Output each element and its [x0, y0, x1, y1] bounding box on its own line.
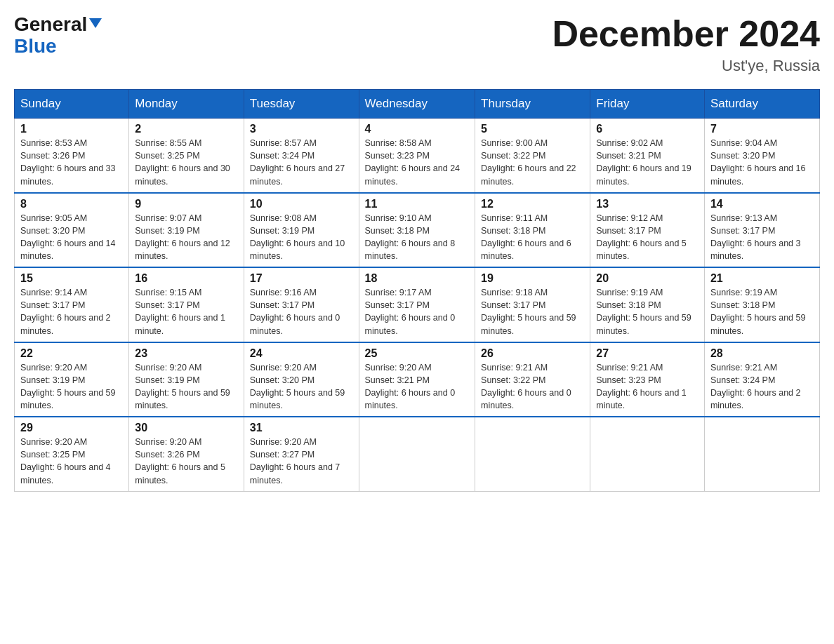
day-info: Sunrise: 9:14 AMSunset: 3:17 PMDaylight:…: [20, 288, 111, 335]
table-row: 3 Sunrise: 8:57 AMSunset: 3:24 PMDayligh…: [244, 119, 359, 193]
calendar-week-row: 15 Sunrise: 9:14 AMSunset: 3:17 PMDaylig…: [15, 267, 820, 342]
day-info: Sunrise: 9:05 AMSunset: 3:20 PMDaylight:…: [20, 213, 116, 261]
table-row: 1 Sunrise: 8:53 AMSunset: 3:26 PMDayligh…: [15, 119, 129, 193]
day-info: Sunrise: 9:13 AMSunset: 3:17 PMDaylight:…: [710, 213, 801, 261]
table-row: [475, 417, 590, 491]
table-row: 16 Sunrise: 9:15 AMSunset: 3:17 PMDaylig…: [129, 267, 244, 342]
day-number: 16: [135, 272, 237, 285]
day-info: Sunrise: 9:21 AMSunset: 3:24 PMDaylight:…: [710, 363, 801, 410]
day-info: Sunrise: 9:02 AMSunset: 3:21 PMDaylight:…: [596, 138, 691, 186]
table-row: 9 Sunrise: 9:07 AMSunset: 3:19 PMDayligh…: [129, 193, 244, 268]
col-thursday: Thursday: [475, 90, 590, 119]
table-row: 25 Sunrise: 9:20 AMSunset: 3:21 PMDaylig…: [359, 342, 475, 417]
logo: General Blue: [14, 14, 102, 58]
table-row: 27 Sunrise: 9:21 AMSunset: 3:23 PMDaylig…: [590, 342, 705, 417]
day-info: Sunrise: 9:20 AMSunset: 3:26 PMDaylight:…: [135, 437, 225, 485]
col-friday: Friday: [590, 90, 705, 119]
day-number: 11: [365, 198, 470, 210]
logo-general: General: [14, 13, 87, 35]
table-row: 13 Sunrise: 9:12 AMSunset: 3:17 PMDaylig…: [590, 193, 705, 268]
day-info: Sunrise: 9:20 AMSunset: 3:25 PMDaylight:…: [20, 437, 111, 485]
table-row: 12 Sunrise: 9:11 AMSunset: 3:18 PMDaylig…: [475, 193, 590, 268]
table-row: 26 Sunrise: 9:21 AMSunset: 3:22 PMDaylig…: [475, 342, 590, 417]
calendar-week-row: 1 Sunrise: 8:53 AMSunset: 3:26 PMDayligh…: [15, 119, 820, 193]
month-title: December 2024: [552, 14, 820, 54]
day-number: 27: [596, 347, 699, 360]
day-number: 13: [596, 198, 699, 210]
table-row: 23 Sunrise: 9:20 AMSunset: 3:19 PMDaylig…: [129, 342, 244, 417]
day-info: Sunrise: 9:10 AMSunset: 3:18 PMDaylight:…: [365, 213, 456, 261]
table-row: 7 Sunrise: 9:04 AMSunset: 3:20 PMDayligh…: [704, 119, 819, 193]
day-number: 22: [20, 347, 123, 360]
col-saturday: Saturday: [704, 90, 819, 119]
day-number: 3: [250, 123, 353, 135]
day-info: Sunrise: 9:20 AMSunset: 3:27 PMDaylight:…: [250, 437, 340, 485]
col-sunday: Sunday: [15, 90, 129, 119]
day-info: Sunrise: 9:19 AMSunset: 3:18 PMDaylight:…: [596, 288, 691, 335]
logo-text: General: [14, 14, 102, 36]
day-info: Sunrise: 8:58 AMSunset: 3:23 PMDaylight:…: [365, 138, 461, 186]
day-number: 19: [481, 272, 584, 285]
day-number: 26: [481, 347, 584, 360]
table-row: 28 Sunrise: 9:21 AMSunset: 3:24 PMDaylig…: [704, 342, 819, 417]
table-row: 2 Sunrise: 8:55 AMSunset: 3:25 PMDayligh…: [129, 119, 244, 193]
table-row: [359, 417, 475, 491]
day-number: 30: [135, 422, 237, 434]
day-number: 18: [365, 272, 470, 285]
day-number: 14: [710, 198, 814, 210]
day-info: Sunrise: 9:20 AMSunset: 3:19 PMDaylight:…: [20, 363, 116, 410]
day-info: Sunrise: 9:20 AMSunset: 3:19 PMDaylight:…: [135, 363, 230, 410]
day-number: 15: [20, 272, 123, 285]
table-row: 31 Sunrise: 9:20 AMSunset: 3:27 PMDaylig…: [244, 417, 359, 491]
day-info: Sunrise: 9:21 AMSunset: 3:23 PMDaylight:…: [596, 363, 687, 410]
day-number: 17: [250, 272, 353, 285]
day-number: 6: [596, 123, 699, 135]
col-wednesday: Wednesday: [359, 90, 475, 119]
table-row: 17 Sunrise: 9:16 AMSunset: 3:17 PMDaylig…: [244, 267, 359, 342]
day-info: Sunrise: 9:20 AMSunset: 3:21 PMDaylight:…: [365, 363, 456, 410]
day-number: 20: [596, 272, 699, 285]
day-info: Sunrise: 9:07 AMSunset: 3:19 PMDaylight:…: [135, 213, 230, 261]
logo-blue: Blue: [14, 35, 57, 57]
table-row: 8 Sunrise: 9:05 AMSunset: 3:20 PMDayligh…: [15, 193, 129, 268]
day-number: 1: [20, 123, 123, 135]
logo-triangle-icon: [89, 18, 102, 28]
day-number: 28: [710, 347, 814, 360]
day-info: Sunrise: 9:04 AMSunset: 3:20 PMDaylight:…: [710, 138, 806, 186]
table-row: 5 Sunrise: 9:00 AMSunset: 3:22 PMDayligh…: [475, 119, 590, 193]
table-row: 14 Sunrise: 9:13 AMSunset: 3:17 PMDaylig…: [704, 193, 819, 268]
table-row: 22 Sunrise: 9:20 AMSunset: 3:19 PMDaylig…: [15, 342, 129, 417]
table-row: 29 Sunrise: 9:20 AMSunset: 3:25 PMDaylig…: [15, 417, 129, 491]
day-info: Sunrise: 8:55 AMSunset: 3:25 PMDaylight:…: [135, 138, 230, 186]
calendar-table: Sunday Monday Tuesday Wednesday Thursday…: [14, 89, 820, 492]
day-number: 7: [710, 123, 814, 135]
day-info: Sunrise: 9:08 AMSunset: 3:19 PMDaylight:…: [250, 213, 345, 261]
table-row: 24 Sunrise: 9:20 AMSunset: 3:20 PMDaylig…: [244, 342, 359, 417]
day-number: 8: [20, 198, 123, 210]
table-row: 11 Sunrise: 9:10 AMSunset: 3:18 PMDaylig…: [359, 193, 475, 268]
day-info: Sunrise: 8:53 AMSunset: 3:26 PMDaylight:…: [20, 138, 116, 186]
day-number: 31: [250, 422, 353, 434]
page-header: General Blue December 2024 Ust'ye, Russi…: [14, 14, 820, 75]
day-number: 24: [250, 347, 353, 360]
table-row: 20 Sunrise: 9:19 AMSunset: 3:18 PMDaylig…: [590, 267, 705, 342]
table-row: 30 Sunrise: 9:20 AMSunset: 3:26 PMDaylig…: [129, 417, 244, 491]
day-info: Sunrise: 9:11 AMSunset: 3:18 PMDaylight:…: [481, 213, 571, 261]
col-tuesday: Tuesday: [244, 90, 359, 119]
day-number: 4: [365, 123, 470, 135]
table-row: 15 Sunrise: 9:14 AMSunset: 3:17 PMDaylig…: [15, 267, 129, 342]
table-row: 6 Sunrise: 9:02 AMSunset: 3:21 PMDayligh…: [590, 119, 705, 193]
calendar-week-row: 8 Sunrise: 9:05 AMSunset: 3:20 PMDayligh…: [15, 193, 820, 268]
day-number: 12: [481, 198, 584, 210]
day-info: Sunrise: 9:21 AMSunset: 3:22 PMDaylight:…: [481, 363, 571, 410]
day-number: 29: [20, 422, 123, 434]
day-number: 10: [250, 198, 353, 210]
table-row: 18 Sunrise: 9:17 AMSunset: 3:17 PMDaylig…: [359, 267, 475, 342]
table-row: [590, 417, 705, 491]
day-info: Sunrise: 9:20 AMSunset: 3:20 PMDaylight:…: [250, 363, 345, 410]
day-info: Sunrise: 9:19 AMSunset: 3:18 PMDaylight:…: [710, 288, 806, 335]
day-number: 9: [135, 198, 237, 210]
location: Ust'ye, Russia: [552, 57, 820, 75]
day-info: Sunrise: 9:12 AMSunset: 3:17 PMDaylight:…: [596, 213, 687, 261]
day-info: Sunrise: 8:57 AMSunset: 3:24 PMDaylight:…: [250, 138, 345, 186]
